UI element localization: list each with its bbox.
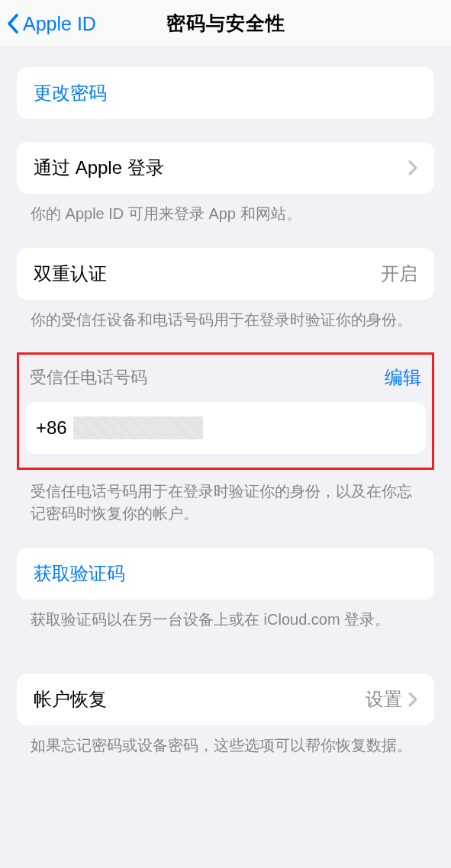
sign-in-with-apple-row[interactable]: 通过 Apple 登录	[17, 142, 434, 194]
chevron-right-icon	[408, 160, 417, 175]
trusted-phone-header-label: 受信任电话号码	[30, 366, 385, 389]
account-recovery-detail: 设置	[366, 687, 402, 712]
content: 更改密码 通过 Apple 登录 你的 Apple ID 可用来登录 App 和…	[0, 67, 451, 757]
back-label: Apple ID	[23, 13, 96, 35]
account-recovery-row[interactable]: 帐户恢复 设置	[17, 674, 434, 725]
group-sign-in-with-apple: 通过 Apple 登录 你的 Apple ID 可用来登录 App 和网站。	[0, 142, 451, 225]
trusted-phone-header: 受信任电话号码 编辑	[19, 355, 432, 402]
trusted-phone-footer: 受信任电话号码用于在登录时验证你的身份，以及在你忘记密码时恢复你的帐户。	[0, 470, 451, 525]
trusted-phone-edit-button[interactable]: 编辑	[385, 365, 421, 390]
two-factor-label: 双重认证	[34, 262, 381, 286]
two-factor-row[interactable]: 双重认证 开启	[17, 248, 434, 300]
account-recovery-footer: 如果忘记密码或设备密码，这些选项可以帮你恢复数据。	[0, 725, 451, 757]
phone-prefix: +86	[36, 417, 67, 439]
two-factor-footer: 你的受信任设备和电话号码用于在登录时验证你的身份。	[0, 300, 451, 331]
account-recovery-label: 帐户恢复	[34, 687, 366, 712]
chevron-left-icon	[6, 12, 21, 35]
trusted-phone-highlight: 受信任电话号码 编辑 +86	[17, 352, 434, 470]
change-password-row[interactable]: 更改密码	[17, 67, 434, 119]
trusted-phone-row[interactable]: +86	[25, 402, 426, 454]
change-password-label: 更改密码	[34, 81, 417, 105]
get-code-row[interactable]: 获取验证码	[17, 548, 434, 600]
phone-number-masked	[73, 416, 203, 439]
group-account-recovery: 帐户恢复 设置 如果忘记密码或设备密码，这些选项可以帮你恢复数据。	[0, 674, 451, 757]
sign-in-with-apple-label: 通过 Apple 登录	[34, 156, 408, 180]
two-factor-status: 开启	[381, 262, 417, 286]
group-change-password: 更改密码	[0, 67, 451, 119]
get-code-footer: 获取验证码以在另一台设备上或在 iCloud.com 登录。	[0, 600, 451, 631]
chevron-right-icon	[408, 692, 417, 707]
group-two-factor: 双重认证 开启 你的受信任设备和电话号码用于在登录时验证你的身份。	[0, 248, 451, 331]
get-code-label: 获取验证码	[34, 561, 417, 586]
nav-bar: Apple ID 密码与安全性	[0, 0, 451, 47]
group-get-code: 获取验证码 获取验证码以在另一台设备上或在 iCloud.com 登录。	[0, 548, 451, 631]
sign-in-with-apple-footer: 你的 Apple ID 可用来登录 App 和网站。	[0, 194, 451, 225]
back-button[interactable]: Apple ID	[6, 0, 96, 47]
